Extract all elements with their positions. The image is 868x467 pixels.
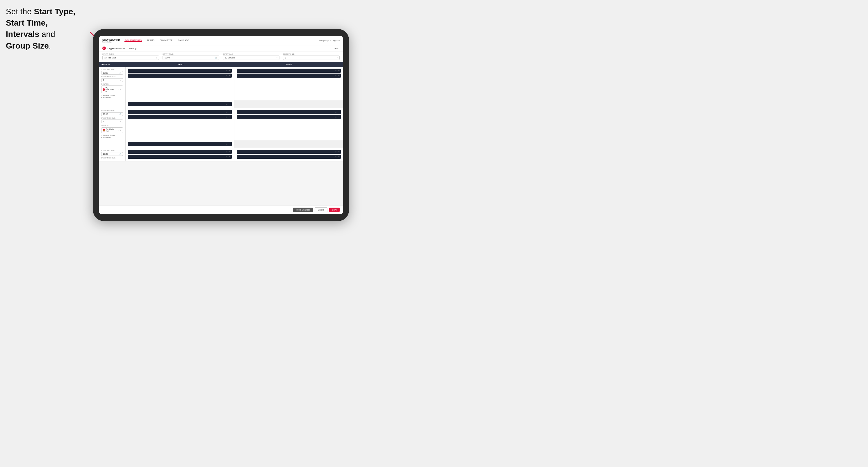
- player-remove-icon[interactable]: ×: [226, 156, 227, 158]
- player-menu-icon[interactable]: ⋯: [228, 69, 230, 72]
- team1-group1: × ⋯ × ⋯: [126, 67, 235, 100]
- nav-tabs: TOURNAMENTS TEAMS COMMITTEE RANKINGS: [124, 39, 319, 42]
- starting-hole-label-3: STARTING HOLE:: [101, 157, 123, 159]
- starting-time-label-3: STARTING TIME:: [101, 150, 123, 152]
- save-button[interactable]: Save: [329, 208, 340, 212]
- player-remove-icon[interactable]: ×: [226, 111, 227, 113]
- player-row: × ⋯: [237, 73, 341, 77]
- nav-tab-rankings[interactable]: RANKINGS: [177, 39, 190, 42]
- tee-left-3: STARTING TIME: 10:20 🕐 STARTING HOLE:: [99, 148, 126, 161]
- tablet-frame: SCOREBOARD Powered by clipp... TOURNAMEN…: [93, 29, 349, 221]
- breadcrumb-section: Hosting: [129, 47, 136, 50]
- player-menu-icon[interactable]: ⋯: [228, 143, 230, 145]
- player-menu-icon[interactable]: ⋯: [228, 103, 230, 105]
- player-row: × ⋯: [237, 110, 341, 114]
- player-remove-icon[interactable]: ×: [226, 103, 227, 105]
- player-remove-icon[interactable]: ×: [335, 156, 336, 158]
- clock-icon-2: 🕐: [120, 114, 121, 115]
- player-remove-icon[interactable]: ×: [226, 151, 227, 153]
- clippd-logo: C: [102, 46, 106, 50]
- player-remove-icon[interactable]: ×: [335, 70, 336, 72]
- nav-tab-committee[interactable]: COMMITTEE: [159, 39, 173, 42]
- player-remove-icon[interactable]: ×: [335, 116, 336, 118]
- edit-course-2[interactable]: ✎: [120, 129, 121, 131]
- intervals-label: Intervals: [223, 53, 279, 55]
- cancel-button[interactable]: Cancel: [315, 207, 328, 212]
- instruction-bold2: Start Time,: [6, 18, 48, 27]
- starting-hole-input-2[interactable]: 1 ▾: [101, 120, 123, 123]
- start-time-select[interactable]: 10:00 🕐: [162, 56, 219, 60]
- player-menu-icon[interactable]: ⋯: [228, 111, 230, 113]
- edit-course-1[interactable]: ✎: [120, 88, 121, 91]
- player-menu-icon[interactable]: ⋯: [338, 74, 340, 77]
- group-size-field: Group Size 3 ▾: [283, 53, 340, 60]
- player-remove-icon[interactable]: ×: [335, 75, 336, 77]
- player-row: × ⋯: [128, 110, 232, 114]
- player-menu-icon[interactable]: ⋯: [338, 116, 340, 118]
- player-row: × ⋯: [128, 155, 232, 159]
- team2-group1b: [235, 100, 343, 108]
- chevron-icon-1: ▾: [120, 80, 121, 81]
- sign-out-link[interactable]: Sign out: [333, 39, 340, 41]
- group-size-select[interactable]: 3 ▾: [283, 56, 340, 60]
- breadcrumb: C Clippd Invitational › Hosting ‹ Back: [99, 45, 343, 52]
- player-menu-icon[interactable]: ⋯: [228, 156, 230, 158]
- player-row: × ⋯: [128, 69, 232, 73]
- remove-group-1[interactable]: ○Remove Group: [101, 94, 123, 96]
- chevron-down-icon-2: ▾: [277, 57, 277, 59]
- player-menu-icon[interactable]: ⋯: [228, 74, 230, 77]
- intervals-select[interactable]: 10 Minutes ▾: [223, 56, 279, 60]
- course-label-1: COURSE:: [101, 83, 123, 85]
- player-remove-icon[interactable]: ×: [226, 70, 227, 72]
- start-type-field: Start Type 1st Tee Start ▾: [102, 53, 159, 60]
- back-button[interactable]: ‹ Back: [334, 48, 340, 50]
- player-remove-icon[interactable]: ×: [226, 143, 227, 145]
- player-row: × ⋯: [128, 150, 232, 154]
- footer-bar: Reset Changes Cancel Save: [99, 205, 343, 214]
- tournament-name: Clippd Invitational: [107, 47, 125, 50]
- starting-time-label-2: STARTING TIME:: [101, 110, 123, 112]
- player-menu-icon[interactable]: ⋯: [338, 151, 340, 153]
- nav-tab-tournaments[interactable]: TOURNAMENTS: [124, 39, 142, 42]
- player-row: × ⋯: [237, 155, 341, 159]
- player-menu-icon[interactable]: ⋯: [338, 111, 340, 113]
- starting-hole-input-1[interactable]: 1 ▾: [101, 78, 123, 82]
- course-icon-1: ⛳: [103, 88, 105, 91]
- player-row: × ⋯: [128, 102, 232, 106]
- tee-left-2b: [99, 140, 126, 148]
- config-bar: Start Type 1st Tee Start ▾ Start Time 10…: [99, 52, 343, 62]
- team1-group1b: × ⋯: [126, 100, 235, 108]
- remove-course-2[interactable]: ×: [118, 129, 119, 131]
- player-remove-icon[interactable]: ×: [335, 151, 336, 153]
- nav-tab-teams[interactable]: TEAMS: [146, 39, 155, 42]
- remove-group-2[interactable]: ○Remove Group: [101, 134, 123, 136]
- reset-changes-button[interactable]: Reset Changes: [293, 208, 313, 212]
- player-remove-icon[interactable]: ×: [335, 111, 336, 113]
- player-menu-icon[interactable]: ⋯: [338, 69, 340, 72]
- player-menu-icon[interactable]: ⋯: [228, 151, 230, 153]
- tee-group-1b: × ⋯: [99, 100, 343, 108]
- player-remove-icon[interactable]: ×: [226, 116, 227, 118]
- intervals-field: Intervals 10 Minutes ▾: [223, 53, 279, 60]
- user-info: blair@clippd.io | Sign out: [319, 39, 340, 41]
- group-size-label: Group Size: [283, 53, 340, 55]
- team1-group3: × ⋯ × ⋯: [126, 148, 235, 161]
- team2-group1: × ⋯ × ⋯: [235, 67, 343, 100]
- start-type-select[interactable]: 1st Tee Start ▾: [102, 56, 159, 60]
- add-group-2[interactable]: +Add Group: [101, 136, 123, 138]
- player-remove-icon[interactable]: ×: [226, 75, 227, 77]
- player-menu-icon[interactable]: ⋯: [228, 116, 230, 118]
- col-team2: Team 2: [235, 62, 343, 67]
- add-group-1[interactable]: +Add Group: [101, 97, 123, 98]
- col-team1: Team 1: [126, 62, 235, 67]
- remove-course-1[interactable]: ×: [118, 88, 119, 90]
- starting-time-input-2[interactable]: 10:10 🕐: [101, 112, 123, 116]
- team2-group2b: [235, 140, 343, 148]
- course-tag-1: ⛳ (A) Peachtree GC × ✎: [101, 86, 123, 93]
- starting-time-input-1[interactable]: 10:00 🕐: [101, 71, 123, 75]
- instruction-and: and: [39, 30, 55, 39]
- player-row: × ⋯: [237, 150, 341, 154]
- starting-time-input-3[interactable]: 10:20 🕐: [101, 152, 123, 156]
- tee-left-2: STARTING TIME: 10:10 🕐 STARTING HOLE: 1 …: [99, 108, 126, 140]
- player-menu-icon[interactable]: ⋯: [338, 156, 340, 158]
